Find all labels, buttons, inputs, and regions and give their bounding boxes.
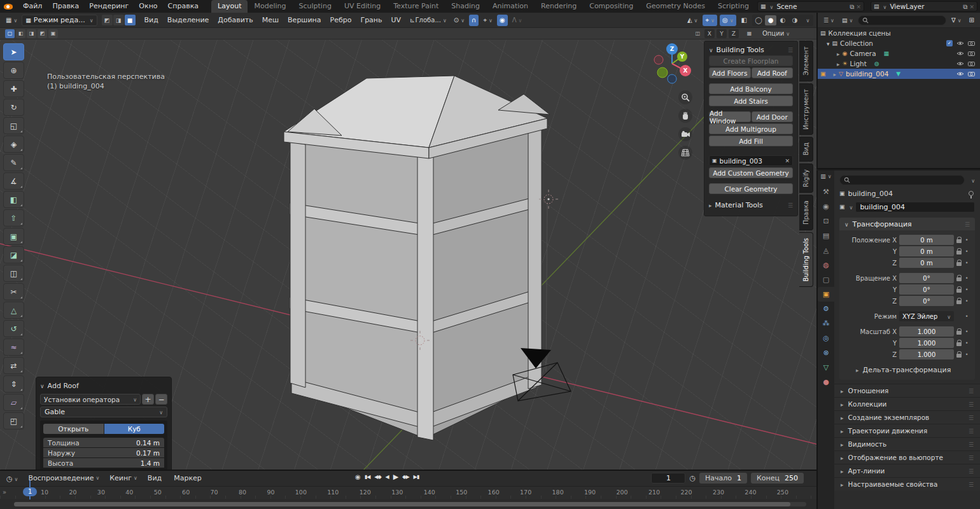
tool-edge-slide[interactable]: ⇄ (3, 357, 24, 374)
workspace-tab[interactable]: Modeling (248, 0, 292, 13)
current-frame-field[interactable]: 1 (651, 473, 685, 484)
material-tools-header[interactable]: Material Tools (709, 199, 793, 211)
menu-item[interactable]: Рендеринг (84, 0, 134, 13)
snap-settings-icon[interactable]: ▦ (745, 29, 754, 38)
viewport-menu-item[interactable]: Выделение (163, 13, 214, 28)
rotation-value-field[interactable]: 0° (899, 284, 954, 295)
tool-scale[interactable]: ◱ (3, 117, 24, 134)
blender-logo-icon[interactable] (4, 4, 13, 10)
tool-rip-region[interactable]: ◰ (3, 412, 24, 429)
new-collection-icon[interactable]: ⊞ (967, 15, 977, 26)
clear-geometry-button[interactable]: Clear Geometry (709, 183, 793, 194)
viewlayer-selector[interactable]: ▤ ViewLayer (871, 1, 977, 11)
tool-shear[interactable]: ▱ (3, 394, 24, 411)
tab-physics[interactable]: ◎ (818, 331, 834, 345)
tab-modifiers[interactable]: ⚙ (818, 302, 834, 316)
workspace-tab[interactable]: Layout (211, 0, 248, 13)
zoom-icon[interactable] (678, 90, 692, 104)
collapsed-panel-header[interactable]: Траектории движения (834, 424, 980, 437)
menu-item[interactable]: Окно (134, 0, 162, 13)
orientation-dropdown[interactable]: ⊾ Глоба... (407, 15, 449, 26)
timeline-menu-item[interactable]: Вид (143, 471, 169, 486)
pivot-dropdown[interactable]: ⊙ (451, 15, 467, 26)
gizmos-toggle[interactable]: ⌖ (703, 15, 717, 26)
hide-eye-icon[interactable] (956, 51, 964, 56)
lock-icon[interactable] (956, 331, 962, 335)
disable-render-icon[interactable] (968, 51, 975, 56)
duplicate-scene-icon[interactable] (850, 3, 854, 11)
building-tools-header[interactable]: Building Tools (709, 44, 793, 55)
wireframe-shading-button[interactable]: ◯ (753, 15, 764, 25)
lock-icon[interactable] (956, 289, 962, 293)
tool-select-box[interactable]: ➤ (3, 43, 24, 60)
viewport-menu-item[interactable]: Вид (140, 13, 163, 28)
add-preset-button[interactable] (142, 394, 154, 405)
building-row[interactable]: ▣ ▽ building_004 ▼ (818, 69, 980, 79)
tool-add-cube[interactable]: ◧ (3, 191, 24, 208)
collapsed-panel-header[interactable]: Настраиваемые свойства (834, 477, 980, 491)
lock-icon[interactable] (956, 300, 962, 304)
viewport-menu-item[interactable]: Ребро (326, 13, 356, 28)
expand-icon[interactable] (834, 70, 837, 78)
pan-hand-icon[interactable] (678, 109, 692, 123)
tool-smooth[interactable]: ≈ (3, 338, 24, 356)
collapsed-panel-header[interactable]: Отношения (834, 384, 980, 397)
timeline-ruler[interactable]: 1 10203040506070809010011012013014015016… (0, 486, 816, 499)
animate-dot-icon[interactable] (964, 260, 969, 266)
tab-collection[interactable]: ▢ (818, 272, 834, 287)
select-subtract-button[interactable]: ◨ (27, 29, 36, 38)
unlink-scene-icon[interactable] (856, 3, 861, 11)
tool-loop-cut[interactable]: ◫ (3, 265, 24, 282)
add-custom-geometry-button[interactable]: Add Custom Geometry (709, 167, 793, 178)
rendered-shading-button[interactable]: ◑ (789, 15, 801, 25)
tab-world[interactable]: ◍ (818, 258, 834, 272)
editor-type-icon[interactable]: ▥ (820, 173, 831, 179)
sidebar-tab[interactable]: Rigify (799, 164, 813, 193)
display-mode-icon[interactable]: ▤ (839, 15, 855, 26)
viewport-menu-item[interactable]: UV (387, 13, 406, 28)
material-shading-button[interactable]: ◐ (777, 15, 788, 25)
outliner-search-input[interactable] (858, 15, 946, 25)
add-roof-button[interactable]: Add Roof (752, 67, 794, 78)
lock-icon[interactable] (956, 239, 962, 243)
expand-icon[interactable] (827, 39, 830, 48)
roof-option-toggle[interactable]: Открыть (43, 424, 104, 434)
jump-to-start-button[interactable] (365, 474, 370, 480)
tool-spin[interactable]: ↺ (3, 320, 24, 337)
tab-view-layer[interactable]: ▤ (818, 228, 834, 243)
hide-eye-icon[interactable] (956, 41, 964, 46)
gizmo-minus-z-axis[interactable] (668, 74, 676, 83)
tool-annotate[interactable]: ✎ (3, 154, 24, 171)
start-frame-field[interactable]: Начало1 (699, 473, 747, 484)
expand-icon[interactable] (837, 60, 840, 68)
sidebar-tab[interactable]: Правка (799, 195, 813, 230)
expand-markers-icon[interactable]: » (3, 489, 6, 496)
clear-object-icon[interactable] (785, 157, 790, 165)
animate-dot-icon[interactable] (964, 314, 969, 319)
solid-shading-button[interactable]: ● (765, 15, 776, 25)
play-button[interactable] (393, 473, 398, 481)
select-difference-button[interactable]: ◩ (38, 29, 47, 38)
create-floorplan-button[interactable]: Create Floorplan (709, 55, 793, 66)
tab-object[interactable]: ▣ (818, 287, 834, 302)
navigation-gizmo[interactable]: Z Y X (650, 42, 696, 88)
sidebar-tab[interactable]: Инструмент (799, 83, 813, 136)
overlays-toggle[interactable]: ◎ (720, 15, 736, 26)
disable-render-icon[interactable] (968, 71, 975, 76)
xray-toggle[interactable]: ◧ (739, 15, 750, 26)
lock-icon[interactable] (956, 277, 962, 281)
sidebar-tab[interactable]: Вид (799, 137, 813, 161)
next-keyframe-button[interactable] (402, 474, 409, 480)
filter-icon[interactable]: ∇ (949, 15, 964, 26)
scale-value-field[interactable]: 1.000 (899, 326, 954, 337)
menu-item[interactable]: Справка (163, 0, 204, 13)
tab-object-data[interactable]: ▽ (818, 360, 834, 375)
operator-presets-dropdown[interactable]: Установки оператора (40, 394, 141, 405)
lock-icon[interactable] (956, 354, 962, 358)
custom-object-field[interactable]: ▣ building_003 (709, 155, 793, 166)
workspace-tab[interactable]: Shading (445, 0, 486, 13)
camera-row[interactable]: ◉ Camera ▦ (818, 48, 980, 59)
animate-dot-icon[interactable] (964, 249, 969, 254)
tool-transform[interactable]: ◈ (3, 136, 24, 153)
rotation-value-field[interactable]: 0° (899, 273, 954, 283)
